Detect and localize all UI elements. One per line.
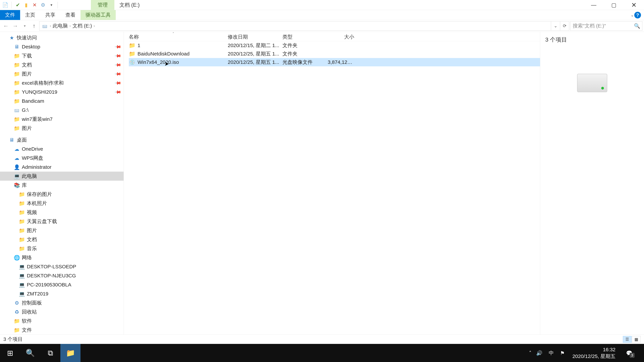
nav-item-label: 文档 <box>27 236 37 243</box>
tray-notifications[interactable]: 💬3 <box>623 347 635 359</box>
folder-icon: 📁 <box>14 98 20 104</box>
nav-desktop-item[interactable]: ☁WPS网盘 <box>0 153 124 163</box>
titlebar: 📄 ✔ ▮ ✕ ⚙ ▾ 管理 文档 (E:) — ▢ ✕ <box>0 0 644 10</box>
taskbar-search-button[interactable]: 🔍 <box>20 344 40 362</box>
column-name[interactable]: 名称˄ <box>129 33 228 40</box>
nav-desktop-item[interactable]: 📚库 <box>0 181 124 190</box>
address-bar[interactable]: 🖴 › 此电脑› 文档 (E:)› ⌄ ⟳ <box>39 21 569 31</box>
nav-quick-item[interactable]: 🖴G:\ <box>0 106 124 115</box>
maximize-button[interactable]: ▢ <box>604 0 624 10</box>
nav-network-item[interactable]: 💻DESKTOP-NJEU3CG <box>0 271 124 280</box>
nav-library-item[interactable]: 📁文档 <box>0 235 124 244</box>
status-bar: 3 个项目 ☰ ▦ <box>0 335 644 344</box>
ribbon-tab-home[interactable]: 主页 <box>20 10 40 20</box>
nav-desktop-item[interactable]: ☁OneDrive <box>0 144 124 153</box>
nav-quick-item[interactable]: 📁图片📌 <box>0 69 124 78</box>
qat-check-icon[interactable]: ✔ <box>14 2 21 8</box>
ribbon-tab-view[interactable]: 查看 <box>60 10 80 20</box>
search-input[interactable]: 搜索"文档 (E:)" 🔍 <box>570 21 642 31</box>
column-type[interactable]: 类型 <box>282 33 328 40</box>
pc-icon: 💻 <box>14 173 20 179</box>
address-dropdown-button[interactable]: ⌄ <box>551 21 560 30</box>
search-placeholder: 搜索"文档 (E:)" <box>573 22 606 29</box>
qat-dropdown-icon[interactable]: ▾ <box>48 2 54 8</box>
column-size[interactable]: 大小 <box>328 33 356 40</box>
qat-folder-icon[interactable]: ▮ <box>23 2 29 8</box>
nav-quick-access[interactable]: ★快速访问 <box>0 33 124 42</box>
nav-software[interactable]: 📁软件 <box>0 317 124 326</box>
network-icon: 🌐 <box>14 254 20 261</box>
nav-network-item[interactable]: 💻ZMT2019 <box>0 289 124 298</box>
close-button[interactable]: ✕ <box>624 0 644 10</box>
nav-library-item[interactable]: 📁音乐 <box>0 244 124 253</box>
nav-desktop-item[interactable]: 💻此电脑 <box>0 172 124 181</box>
folder-icon: 📁 <box>18 245 25 252</box>
nav-network[interactable]: 🌐网络 <box>0 253 124 262</box>
nav-library-item[interactable]: 📁本机照片 <box>0 199 124 208</box>
file-row[interactable]: 💿Win7x64_2020.iso 2020/12/25, 星期五 1... 光… <box>129 58 540 66</box>
nav-quick-item[interactable]: 📁excel表格制作求和📌 <box>0 78 124 87</box>
breadcrumb-this-pc[interactable]: 此电脑› <box>53 22 70 29</box>
breadcrumb-drive[interactable]: 文档 (E:)› <box>72 22 95 29</box>
qat-close-icon[interactable]: ✕ <box>31 2 38 8</box>
file-row[interactable]: 📁1 2020/12/15, 星期二 1... 文件夹 <box>129 41 540 50</box>
nav-network-item[interactable]: 💻PC-20190530OBLA <box>0 280 124 289</box>
nav-library-item[interactable]: 📁图片 <box>0 226 124 235</box>
nav-recent-dropdown[interactable]: ▾ <box>20 22 29 30</box>
ribbon-tab-file[interactable]: 文件 <box>0 10 20 20</box>
desktop-icon: 🖥 <box>8 137 15 143</box>
nav-up-button[interactable]: ↑ <box>30 22 38 30</box>
nav-network-item[interactable]: 💻DESKTOP-LSSOEDP <box>0 262 124 271</box>
view-details-button[interactable]: ☰ <box>623 336 632 343</box>
qat-settings-icon[interactable]: ⚙ <box>40 2 46 8</box>
nav-quick-item[interactable]: 📁文档📌 <box>0 60 124 69</box>
ribbon-tab-share[interactable]: 共享 <box>40 10 60 20</box>
nav-desktop-item[interactable]: 👤Administrator <box>0 163 124 172</box>
taskbar-explorer-button[interactable]: 📁 <box>60 344 80 362</box>
tray-clock[interactable]: 16:32 2020/12/25, 星期五 <box>569 345 618 361</box>
cloud-icon: ☁ <box>14 155 20 161</box>
status-text: 3 个项目 <box>3 336 23 343</box>
nav-quick-item[interactable]: 🖥Desktop📌 <box>0 42 124 51</box>
nav-quick-item[interactable]: 📁图片 <box>0 124 124 133</box>
folder-icon: 📁 <box>129 42 136 49</box>
tray-ime[interactable]: 中 <box>547 350 556 357</box>
task-view-button[interactable]: ⧉ <box>40 344 60 362</box>
preview-pane: 3 个项目 <box>540 32 644 335</box>
help-button[interactable]: ? <box>632 12 643 18</box>
file-name: BaiduNetdiskDownload <box>138 51 190 57</box>
column-date[interactable]: 修改日期 <box>228 33 282 40</box>
pc-icon: 💻 <box>18 291 25 297</box>
file-list[interactable]: 名称˄ 修改日期 类型 大小 📁1 2020/12/15, 星期二 1... 文… <box>124 32 540 335</box>
minimize-button[interactable]: — <box>584 0 604 10</box>
nav-docs[interactable]: 📁文件 <box>0 326 124 335</box>
tray-volume-icon[interactable]: 🔊 <box>536 350 542 356</box>
start-button[interactable]: ⊞ <box>0 344 20 362</box>
ribbon-tab-drive-tools[interactable]: 驱动器工具 <box>80 10 116 20</box>
address-refresh-button[interactable]: ⟳ <box>560 21 569 30</box>
nav-item-label: 文档 <box>22 61 32 68</box>
context-tab-manage[interactable]: 管理 <box>91 0 114 10</box>
nav-back-button[interactable]: ← <box>2 22 10 30</box>
navigation-pane[interactable]: ★快速访问 🖥Desktop📌📁下载📌📁文档📌📁图片📌📁excel表格制作求和📌… <box>0 32 124 335</box>
nav-control-panel[interactable]: ⚙控制面板 <box>0 298 124 307</box>
nav-recycle-bin[interactable]: ♻回收站 <box>0 307 124 317</box>
nav-quick-item[interactable]: 📁win7重装win7 <box>0 115 124 124</box>
file-row[interactable]: 📁BaiduNetdiskDownload 2020/12/25, 星期五 1.… <box>129 50 540 58</box>
chevron-right-icon[interactable]: › <box>50 24 51 28</box>
view-large-icons-button[interactable]: ▦ <box>632 336 641 343</box>
nav-library-item[interactable]: 📁天翼云盘下载 <box>0 217 124 226</box>
pin-icon: 📌 <box>114 79 122 87</box>
nav-library-item[interactable]: 📁保存的图片 <box>0 190 124 199</box>
tray-security-icon[interactable]: ⚑ <box>560 350 565 356</box>
nav-forward-button[interactable]: → <box>11 22 20 30</box>
nav-quick-item[interactable]: 📁YUNQISHI2019📌 <box>0 87 124 96</box>
sort-asc-icon: ˄ <box>172 32 174 36</box>
nav-quick-item[interactable]: 📁下载📌 <box>0 51 124 60</box>
tray-overflow-icon[interactable]: ˄ <box>529 350 532 356</box>
nav-item-label: 保存的图片 <box>27 191 52 198</box>
nav-quick-item[interactable]: 📁Bandicam <box>0 96 124 106</box>
nav-library-item[interactable]: 📁视频 <box>0 208 124 217</box>
folder-icon: 📁 <box>14 70 20 77</box>
nav-desktop[interactable]: 🖥桌面 <box>0 135 124 144</box>
